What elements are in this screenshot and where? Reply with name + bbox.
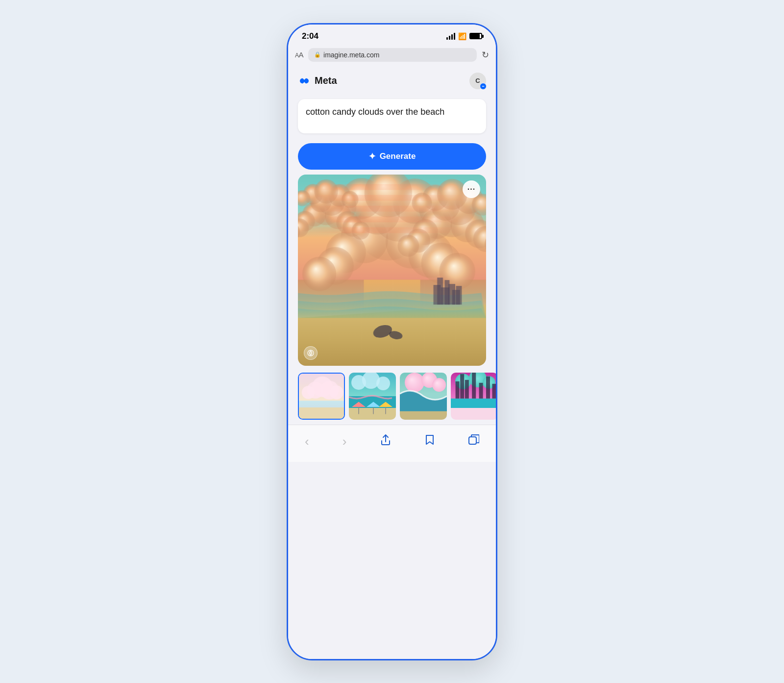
status-time: 2:04 bbox=[302, 31, 318, 41]
avatar-badge: ∞ bbox=[480, 83, 487, 90]
thumbnail-4[interactable] bbox=[451, 373, 497, 420]
meta-logo-icon bbox=[298, 76, 312, 85]
thumbnail-3[interactable] bbox=[400, 373, 447, 420]
generate-section: ✦ Generate bbox=[288, 138, 496, 175]
refresh-icon[interactable]: ↻ bbox=[482, 50, 489, 60]
thumbnail-strip bbox=[288, 371, 496, 425]
battery-icon bbox=[469, 33, 482, 39]
forward-button[interactable]: › bbox=[336, 431, 354, 452]
back-button[interactable]: ‹ bbox=[298, 431, 316, 452]
prompt-section: cotton candy clouds over the beach bbox=[288, 94, 496, 138]
signal-icon bbox=[446, 33, 455, 40]
lock-icon: 🔒 bbox=[314, 51, 321, 58]
browser-aa[interactable]: AA bbox=[295, 51, 303, 59]
main-image-section: ··· bbox=[288, 175, 496, 371]
phone-frame: 2:04 📶 AA 🔒 imagine.meta bbox=[287, 23, 497, 660]
bottom-nav: ‹ › bbox=[288, 425, 496, 462]
bookmarks-button[interactable] bbox=[417, 431, 442, 451]
main-image-container: ··· bbox=[298, 175, 486, 366]
meta-logo: Meta bbox=[298, 75, 337, 86]
generate-label: Generate bbox=[380, 152, 416, 161]
prompt-text: cotton candy clouds over the beach bbox=[306, 106, 478, 118]
main-image-canvas bbox=[298, 175, 486, 366]
more-options-button[interactable]: ··· bbox=[463, 180, 480, 198]
url-text: imagine.meta.com bbox=[323, 51, 379, 59]
watermark bbox=[304, 346, 318, 360]
thumbnail-1[interactable] bbox=[298, 373, 345, 420]
app-header: Meta C ∞ bbox=[288, 67, 496, 94]
status-bar: 2:04 📶 bbox=[288, 25, 496, 45]
user-avatar[interactable]: C ∞ bbox=[469, 73, 486, 89]
thumbnail-2[interactable] bbox=[349, 373, 396, 420]
meta-logo-text: Meta bbox=[315, 75, 337, 86]
tabs-button[interactable] bbox=[462, 431, 486, 451]
share-button[interactable] bbox=[373, 431, 398, 452]
app-content: Meta C ∞ cotton candy clouds over the be… bbox=[288, 67, 496, 659]
prompt-box[interactable]: cotton candy clouds over the beach bbox=[298, 99, 486, 133]
browser-url-bar[interactable]: 🔒 imagine.meta.com bbox=[308, 48, 477, 62]
svg-rect-3 bbox=[469, 437, 476, 444]
generate-star-icon: ✦ bbox=[368, 151, 376, 162]
status-icons: 📶 bbox=[446, 32, 482, 40]
browser-bar: AA 🔒 imagine.meta.com ↻ bbox=[288, 45, 496, 67]
wifi-icon: 📶 bbox=[458, 32, 466, 40]
generate-button[interactable]: ✦ Generate bbox=[298, 143, 486, 170]
